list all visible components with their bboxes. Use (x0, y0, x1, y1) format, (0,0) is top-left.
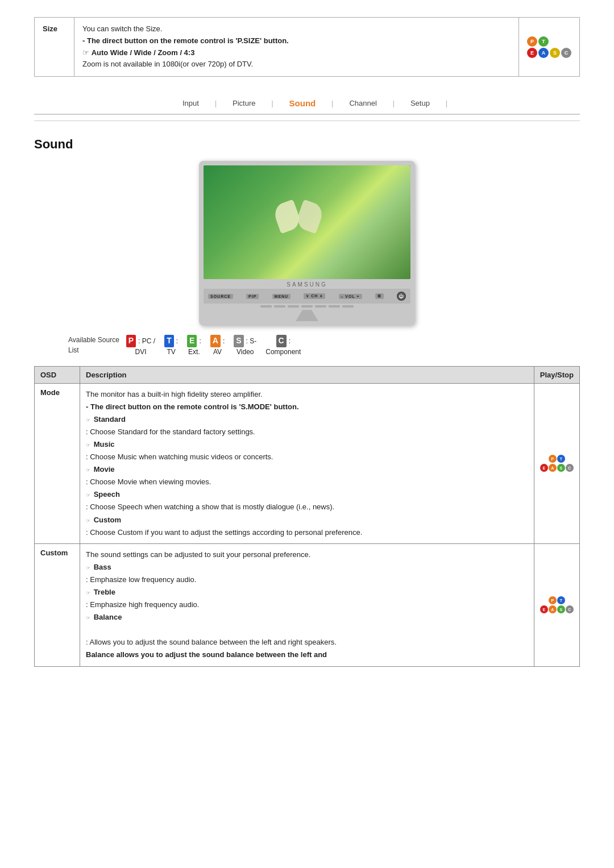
tv-stand (204, 310, 410, 321)
source-btn[interactable]: SOURCE (208, 294, 233, 299)
tv-screen (204, 165, 410, 279)
source-letter-p: P (126, 335, 136, 347)
source-colon-p: : PC / (138, 337, 155, 346)
source-p: P : PC / DVI (126, 335, 155, 356)
source-colon-t: : (176, 337, 178, 346)
circle-s: S (550, 48, 560, 58)
circle-sm2-s: S (557, 605, 565, 613)
table-row-custom: Custom The sound settings can be adjuste… (35, 543, 580, 666)
source-colon-e: : (199, 337, 201, 346)
nav-input[interactable]: Input (167, 97, 215, 110)
th-playstop: Play/Stop (534, 366, 579, 383)
tv-vents (204, 304, 410, 309)
td-mode-content: The monitor has a built-in high fidelity… (80, 383, 534, 543)
source-desc-c: Component (265, 347, 301, 357)
top-info-line4: Zoom is not available in 1080i(or over 7… (82, 60, 253, 68)
source-list: Available SourceList P : PC / DVI T : TV… (68, 335, 580, 356)
circle-sm-e: E (540, 464, 548, 472)
pteasc-logo-mode: P T E A S C (540, 455, 574, 472)
th-osd: OSD (35, 366, 80, 383)
nav-bar: Input | Picture | Sound | Channel | Setu… (34, 88, 580, 115)
source-letter-t: T (164, 335, 174, 347)
th-description: Description (80, 366, 534, 383)
menu-btn[interactable]: MENU (272, 294, 291, 299)
ch-btn[interactable]: ∨ CH ∧ (304, 293, 325, 299)
vol-btn[interactable]: – VOL + (339, 294, 362, 299)
table-row-mode: Mode The monitor has a built-in high fid… (35, 383, 580, 543)
pip-btn[interactable]: PIP (246, 294, 259, 299)
source-letter-c: C (276, 335, 287, 347)
butterfly-icon (276, 200, 321, 234)
power-btn[interactable]: ⏻ (397, 292, 406, 301)
circle-sm2-e: E (540, 605, 548, 613)
pteasc-logo-custom: P T E A S C (540, 596, 574, 613)
circle-sm2-a: A (549, 605, 557, 613)
circle-e: E (527, 48, 537, 58)
top-info-line3: ☞ Auto Wide / Wide / Zoom / 4:3 (82, 48, 194, 57)
nav-sound[interactable]: Sound (273, 96, 332, 110)
td-custom-label: Custom (35, 543, 80, 666)
tv-stand-base (296, 310, 318, 321)
top-info-logo: P T E A S C (518, 18, 579, 76)
main-table: OSD Description Play/Stop Mode The monit… (34, 366, 580, 667)
page-title: Sound (34, 137, 580, 152)
nav-channel[interactable]: Channel (333, 97, 392, 110)
top-info-line2: - The direct button on the remote contro… (82, 36, 289, 45)
circle-sm2-c: C (566, 605, 574, 613)
source-letter-a: A (210, 335, 221, 347)
source-desc-t: TV (167, 347, 175, 357)
source-letter-e: E (187, 335, 197, 347)
source-row: P : PC / DVI T : TV E : Ext. A : AV (126, 335, 301, 356)
tv-screen-image (204, 165, 410, 279)
circle-p: P (527, 36, 537, 47)
source-t: T : TV (164, 335, 178, 356)
nav-picture[interactable]: Picture (217, 97, 271, 110)
nav-setup[interactable]: Setup (395, 97, 446, 110)
source-a: A : AV (210, 335, 225, 356)
source-desc-a: AV (213, 347, 222, 357)
source-colon-c: : (289, 337, 291, 346)
source-desc-e: Ext. (188, 347, 200, 357)
top-info-box: Size You can switch the Size. - The dire… (34, 17, 580, 77)
source-colon-s: : S- (246, 337, 257, 346)
source-desc-p: DVI (135, 347, 147, 357)
tv-mockup: SAMSUNG SOURCE PIP MENU ∨ CH ∧ – VOL + ⊞… (199, 161, 415, 326)
td-mode-logo: P T E A S C (534, 383, 579, 543)
circle-sm-t: T (557, 455, 565, 463)
pteasc-logo: P T E A S C (527, 36, 571, 58)
circle-sm-c: C (566, 464, 574, 472)
source-letter-s: S (234, 335, 243, 347)
circle-sm2-t: T (557, 596, 565, 604)
divider (34, 121, 580, 121)
circle-t: T (538, 36, 549, 47)
top-info-content: You can switch the Size. - The direct bu… (74, 18, 518, 76)
circle-a: A (538, 48, 549, 58)
circle-sm-p: P (549, 455, 557, 463)
source-e: E : Ext. (187, 335, 201, 356)
fullscreen-btn[interactable]: ⊞ (375, 293, 384, 299)
source-s: S : S- Video (234, 335, 256, 356)
td-mode-label: Mode (35, 383, 80, 543)
top-info-line1: You can switch the Size. (82, 24, 162, 33)
source-desc-s: Video (237, 347, 254, 357)
tv-brand: SAMSUNG (204, 279, 410, 289)
circle-sm-a: A (549, 464, 557, 472)
tv-controls: SOURCE PIP MENU ∨ CH ∧ – VOL + ⊞ ⏻ (204, 289, 410, 304)
circle-sm2-p: P (549, 596, 557, 604)
td-custom-logo: P T E A S C (534, 543, 579, 666)
source-list-label: Available SourceList (68, 335, 119, 355)
source-colon-a: : (223, 337, 225, 346)
circle-c: C (561, 48, 571, 58)
top-info-label: Size (35, 18, 74, 76)
circle-sm-s: S (557, 464, 565, 472)
td-custom-content: The sound settings can be adjusted to su… (80, 543, 534, 666)
source-c: C : Component (265, 335, 301, 356)
tv-image-area: SAMSUNG SOURCE PIP MENU ∨ CH ∧ – VOL + ⊞… (34, 161, 580, 326)
